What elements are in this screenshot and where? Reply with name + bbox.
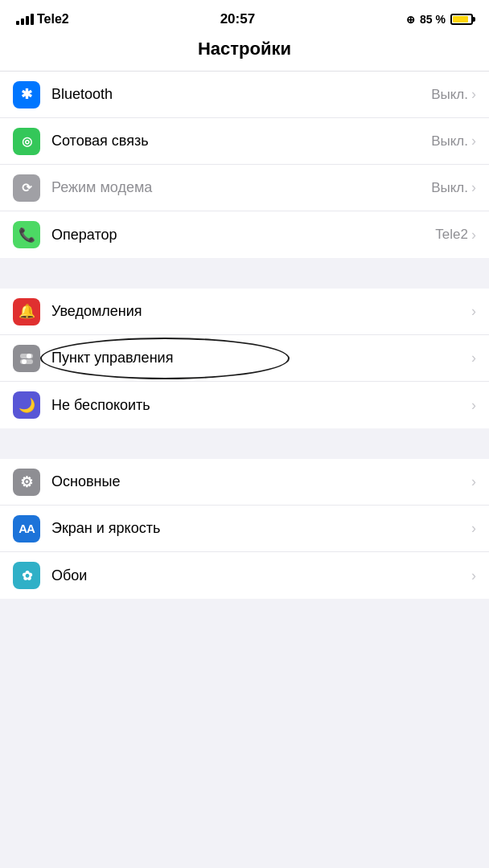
wallpaper-chevron: › [471, 567, 476, 584]
page-title: Настройки [0, 34, 489, 72]
row-content-display: Экран и яркость › [51, 520, 476, 537]
settings-row-general[interactable]: ⚙ Основные › [0, 459, 489, 506]
settings-row-cellular[interactable]: ◎ Сотовая связь Выкл. › [0, 118, 489, 165]
dnd-label: Не беспокоить [51, 397, 150, 414]
row-content-dnd: Не беспокоить › [51, 397, 476, 414]
settings-row-notifications[interactable]: 🔔 Уведомления › [0, 289, 489, 335]
dnd-chevron: › [471, 397, 476, 414]
settings-row-hotspot[interactable]: ⟳ Режим модема Выкл. › [0, 165, 489, 211]
gear-icon: ⚙ [13, 469, 40, 496]
hotspot-chevron: › [471, 179, 476, 196]
bluetooth-right: Выкл. › [431, 86, 476, 103]
cellular-value: Выкл. [431, 133, 468, 149]
row-content-hotspot: Режим модема Выкл. › [51, 179, 476, 196]
bluetooth-icon: ✱ [13, 81, 40, 108]
row-content-bluetooth: Bluetooth Выкл. › [51, 86, 476, 103]
row-content-carrier: Оператор Tele2 › [51, 227, 476, 244]
row-content-notifications: Уведомления › [51, 303, 476, 320]
signal-icon [16, 14, 34, 25]
control-center-chevron: › [471, 350, 476, 366]
carrier-right: Tele2 › [435, 227, 476, 244]
control-center-right: › [471, 350, 476, 366]
cellular-label: Сотовая связь [51, 133, 149, 149]
settings-row-display[interactable]: AA Экран и яркость › [0, 506, 489, 552]
hotspot-label: Режим модема [51, 179, 152, 196]
notifications-chevron: › [471, 303, 476, 320]
display-icon: AA [13, 515, 40, 542]
dnd-icon: 🌙 [13, 391, 40, 419]
hotspot-right: Выкл. › [431, 179, 476, 196]
settings-row-dnd[interactable]: 🌙 Не беспокоить › [0, 382, 489, 428]
row-content-control-center: Пункт управления › [51, 350, 476, 366]
notifications-icon: 🔔 [13, 298, 40, 326]
row-content-wallpaper: Обои › [51, 567, 476, 584]
notifications-right: › [471, 303, 476, 320]
wallpaper-icon: ✿ [13, 562, 40, 589]
cellular-right: Выкл. › [431, 133, 476, 149]
hotspot-icon: ⟳ [13, 174, 40, 202]
group-gap-1 [0, 260, 489, 289]
settings-row-control-center[interactable]: Пункт управления › [0, 335, 489, 382]
settings-row-carrier[interactable]: 📞 Оператор Tele2 › [0, 211, 489, 258]
carrier-signal: Tele2 [16, 12, 69, 27]
carrier-name: Tele2 [37, 12, 69, 27]
bluetooth-chevron: › [471, 86, 476, 103]
row-content-general: Основные › [51, 473, 476, 490]
display-label: Экран и яркость [51, 520, 160, 537]
bluetooth-label: Bluetooth [51, 86, 113, 103]
svg-point-3 [22, 359, 27, 364]
display-chevron: › [471, 520, 476, 537]
row-content-cellular: Сотовая связь Выкл. › [51, 133, 476, 149]
time-display: 20:57 [220, 11, 255, 27]
bluetooth-value: Выкл. [431, 87, 468, 103]
svg-point-1 [27, 354, 31, 358]
status-bar: Tele2 20:57 ⊕ 85 % [0, 0, 489, 34]
control-center-icon [13, 345, 40, 372]
group-gap-2 [0, 430, 489, 459]
general-label: Основные [51, 473, 120, 490]
carrier-icon: 📞 [13, 221, 40, 248]
settings-section-connectivity: ✱ Bluetooth Выкл. › ◎ Сотовая связь Выкл… [0, 72, 489, 258]
settings-section-general: ⚙ Основные › AA Экран и яркость › ✿ Обои [0, 459, 489, 599]
battery-fill [453, 16, 468, 23]
wallpaper-right: › [471, 567, 476, 584]
control-center-label: Пункт управления [51, 350, 173, 366]
status-right: ⊕ 85 % [406, 13, 473, 26]
carrier-chevron: › [471, 227, 476, 244]
settings-section-notifications: 🔔 Уведомления › Пункт управления › [0, 289, 489, 428]
battery-percent: 85 % [420, 13, 446, 26]
settings-row-bluetooth[interactable]: ✱ Bluetooth Выкл. › [0, 72, 489, 118]
carrier-label: Оператор [51, 227, 117, 244]
general-chevron: › [471, 473, 476, 490]
carrier-value: Tele2 [435, 227, 468, 243]
display-right: › [471, 520, 476, 537]
cellular-chevron: › [471, 133, 476, 149]
general-right: › [471, 473, 476, 490]
settings-row-wallpaper[interactable]: ✿ Обои › [0, 552, 489, 599]
battery-icon [450, 14, 473, 25]
toggle-symbol [18, 350, 35, 366]
cellular-icon: ◎ [13, 128, 40, 155]
hotspot-value: Выкл. [431, 180, 468, 196]
wallpaper-label: Обои [51, 567, 87, 584]
notifications-label: Уведомления [51, 303, 142, 320]
dnd-right: › [471, 397, 476, 414]
location-icon: ⊕ [406, 14, 415, 26]
